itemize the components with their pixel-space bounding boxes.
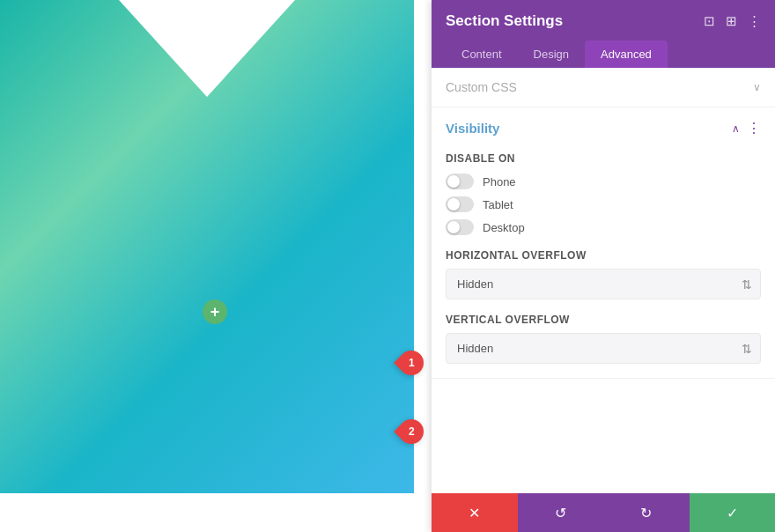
tab-design[interactable]: Design [518,41,585,68]
columns-icon[interactable]: ⊞ [726,13,737,29]
canvas-area: + [0,0,414,493]
save-button[interactable]: ✓ [690,493,776,532]
desktop-toggle[interactable] [446,219,474,235]
vertical-overflow-label: Vertical Overflow [446,314,761,326]
vertical-overflow-field: Vertical Overflow Visible Hidden Scroll … [446,314,761,364]
visibility-dots[interactable]: ⋮ [747,120,761,137]
horizontal-overflow-label: Horizontal Overflow [446,249,761,262]
v-shape-notch [119,0,295,97]
tablet-toggle[interactable] [446,196,474,212]
accordion-visibility-header[interactable]: Visibility ∧ ⋮ [432,107,775,149]
visibility-chevron: ∧ [732,122,740,135]
plus-icon: + [210,303,220,321]
undo-button[interactable]: ↺ [518,493,604,532]
phone-label: Phone [483,175,516,188]
tablet-toggle-row: Tablet [446,196,761,212]
custom-css-title: Custom CSS [446,80,517,94]
add-section-button[interactable]: + [203,299,227,324]
visibility-content: Disable on Phone Tablet Desktop Horizont… [432,149,775,378]
panel-header-icons: ⊡ ⊞ ⋮ [704,13,761,29]
accordion-visibility: Visibility ∧ ⋮ Disable on Phone Tablet [432,107,775,379]
more-icon[interactable]: ⋮ [748,13,761,29]
restore-icon[interactable]: ⊡ [704,13,715,29]
panel-body: Custom CSS ∨ Visibility ∧ ⋮ Disable on [432,68,775,493]
disable-on-label: Disable on [446,152,761,165]
redo-button[interactable]: ↻ [603,493,690,532]
desktop-label: Desktop [483,221,525,234]
tab-advanced[interactable]: Advanced [585,41,668,68]
svg-marker-0 [119,0,295,97]
phone-toggle-row: Phone [446,174,761,189]
horizontal-overflow-wrapper: Visible Hidden Scroll Auto ⇅ [446,269,761,299]
panel-footer: ✕ ↺ ↻ ✓ [432,493,775,532]
vertical-overflow-select[interactable]: Visible Hidden Scroll Auto [446,333,761,364]
panel-header: Section Settings ⊡ ⊞ ⋮ Content Design Ad… [432,0,775,68]
cancel-button[interactable]: ✕ [432,493,518,532]
tab-content[interactable]: Content [446,41,518,68]
accordion-custom-css-header[interactable]: Custom CSS ∨ [432,68,775,107]
horizontal-overflow-field: Horizontal Overflow Visible Hidden Scrol… [446,249,761,299]
tablet-label: Tablet [483,198,513,211]
horizontal-overflow-select[interactable]: Visible Hidden Scroll Auto [446,269,761,299]
settings-panel: Section Settings ⊡ ⊞ ⋮ Content Design Ad… [432,0,775,532]
visibility-title: Visibility [446,121,499,136]
vertical-overflow-wrapper: Visible Hidden Scroll Auto ⇅ [446,333,761,364]
panel-tabs: Content Design Advanced [446,41,761,68]
desktop-toggle-row: Desktop [446,219,761,235]
custom-css-chevron: ∨ [753,81,761,93]
panel-title: Section Settings [446,12,563,30]
accordion-custom-css: Custom CSS ∨ [432,68,775,107]
phone-toggle[interactable] [446,174,474,189]
